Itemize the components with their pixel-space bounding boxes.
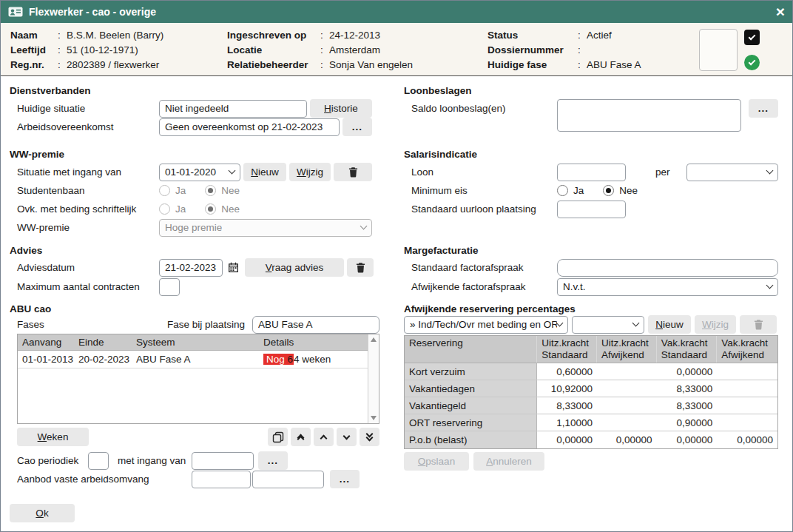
margefacturatie-heading: Margefacturatie bbox=[404, 245, 479, 256]
close-icon[interactable]: × bbox=[776, 1, 785, 22]
photo-placeholder bbox=[699, 29, 738, 71]
minimum-eis-nee-radio[interactable] bbox=[603, 185, 614, 196]
saldo-loonbeslag-label: Saldo loonbeslag(en) bbox=[404, 99, 557, 114]
cao-periodiek-input[interactable] bbox=[88, 452, 109, 470]
per-label: per bbox=[655, 166, 670, 178]
move-up-button[interactable] bbox=[314, 428, 334, 446]
historie-button[interactable]: Historie bbox=[310, 99, 372, 118]
huidige-fase-label: Huidige fase bbox=[487, 59, 578, 70]
standaard-factorafspraak-input[interactable] bbox=[557, 259, 778, 277]
table-row[interactable]: Vakantiegeld 8,33000 8,33000 bbox=[405, 397, 777, 414]
copy-icon bbox=[272, 431, 284, 443]
aanbod-more-button[interactable]: ... bbox=[330, 470, 360, 488]
arbeidsovereenkomst-input[interactable] bbox=[159, 118, 340, 136]
table-row[interactable]: P.o.b (belast) 0,00000 0,00000 0,00000 0… bbox=[405, 431, 777, 448]
uurloon-input[interactable] bbox=[557, 201, 626, 218]
ww-premie-dropdown: Hoge premie bbox=[159, 219, 372, 237]
header-group-right: Status:Actief Dossiernummer: Huidige fas… bbox=[487, 28, 695, 71]
ww-premie-heading: WW-premie bbox=[10, 149, 64, 160]
status-ok-icon bbox=[744, 55, 760, 70]
col-aanvang: Aanvang bbox=[18, 337, 74, 348]
studentenbaan-ja-radio bbox=[159, 185, 170, 196]
calendar-button[interactable] bbox=[224, 258, 242, 277]
reservering-filter2-dropdown[interactable] bbox=[572, 316, 644, 334]
status-label: Status bbox=[487, 30, 578, 41]
table-row[interactable]: Kort verzuim 0,60000 0,00000 bbox=[405, 363, 777, 380]
scroll-down-icon[interactable] bbox=[371, 416, 377, 420]
per-dropdown[interactable] bbox=[686, 164, 778, 181]
nieuw-button[interactable]: Nieuw bbox=[243, 163, 286, 181]
loon-input[interactable] bbox=[557, 164, 626, 181]
reserveringen-heading: Afwijkende reservering percentages bbox=[404, 303, 576, 314]
max-contracten-input[interactable] bbox=[159, 278, 180, 296]
fases-table-header: Aanvang Einde Systeem Details bbox=[18, 334, 368, 351]
move-top-button[interactable] bbox=[291, 428, 311, 446]
title-bar: Flexwerker - cao - overige × bbox=[1, 1, 792, 23]
chevron-down-icon bbox=[229, 167, 236, 175]
saldo-more-button[interactable]: ... bbox=[749, 99, 778, 118]
uurloon-label: Standaard uurloon plaatsing bbox=[404, 203, 557, 215]
fases-table: Aanvang Einde Systeem Details 01-01-2013… bbox=[17, 334, 379, 424]
adviesdatum-input[interactable] bbox=[159, 259, 223, 277]
vraag-advies-button[interactable]: Vraag advies bbox=[245, 258, 344, 277]
calendar-icon bbox=[228, 262, 239, 273]
minimum-eis-ja-radio[interactable] bbox=[557, 185, 568, 196]
delete-advies-button[interactable] bbox=[347, 258, 374, 277]
col-details: Details bbox=[259, 337, 368, 348]
reservering-wijzig-button: Wijzig bbox=[695, 315, 736, 334]
studentenbaan-label: Studentenbaan bbox=[10, 185, 159, 196]
saldo-loonbeslag-input[interactable] bbox=[557, 99, 741, 132]
id-card-icon bbox=[8, 6, 23, 18]
weken-button[interactable]: Weken bbox=[17, 428, 89, 446]
reservering-filter-dropdown[interactable]: » Ind/Tech/Ovr met beding en ORT bbox=[404, 316, 568, 334]
flexwerker-info-header: Naam:B.S.M. Beelen (Barry) Leeftijd:51 (… bbox=[1, 23, 792, 76]
cao-periodiek-label: Cao periodiek bbox=[17, 455, 88, 466]
checkbox-icon[interactable] bbox=[744, 30, 760, 45]
fases-label: Fases bbox=[10, 319, 167, 330]
table-row[interactable]: Vakantiedagen 10,92000 8,33000 bbox=[405, 380, 777, 397]
ww-premie-label: WW-premie bbox=[10, 222, 159, 233]
arbeidsovereenkomst-label: Arbeidsovereenkomst bbox=[10, 121, 159, 132]
col-systeem: Systeem bbox=[132, 337, 259, 348]
advies-heading: Advies bbox=[10, 245, 42, 256]
header-group-left: Naam:B.S.M. Beelen (Barry) Leeftijd:51 (… bbox=[10, 28, 227, 71]
huidige-situatie-label: Huidige situatie bbox=[10, 103, 159, 114]
relatiebeheerder-label: Relatiebeheerder bbox=[227, 59, 320, 70]
annuleren-button: Annuleren bbox=[473, 452, 544, 471]
move-bottom-button[interactable] bbox=[360, 428, 379, 446]
arbeidsovereenkomst-more-button[interactable]: ... bbox=[342, 118, 372, 136]
afwijkende-factorafspraak-dropdown[interactable]: N.v.t. bbox=[557, 278, 778, 296]
reservering-nieuw-button[interactable]: Nieuw bbox=[648, 315, 691, 334]
dienstverbanden-heading: Dienstverbanden bbox=[10, 85, 91, 96]
table-row[interactable]: ORT reservering 1,10000 0,90000 bbox=[405, 414, 777, 431]
table-row[interactable]: 01-01-2013 20-02-2023 ABU Fase A Nog 64 … bbox=[18, 351, 368, 368]
ok-button[interactable]: Ok bbox=[10, 504, 75, 522]
copy-button[interactable] bbox=[268, 428, 288, 446]
trash-icon bbox=[754, 319, 763, 330]
chevron-down-icon bbox=[360, 223, 368, 230]
met-ingang-van-label: met ingang van bbox=[118, 455, 192, 466]
scroll-up-icon[interactable] bbox=[371, 337, 377, 342]
max-contracten-label: Maximum aantal contracten bbox=[10, 281, 159, 292]
naam-value: B.S.M. Beelen (Barry) bbox=[67, 30, 163, 41]
fase-bij-plaatsing-input[interactable] bbox=[252, 316, 379, 334]
wijzig-button[interactable]: Wijzig bbox=[289, 163, 331, 181]
chevron-down-icon bbox=[556, 320, 564, 327]
cao-periodiek-more-button[interactable]: ... bbox=[258, 451, 288, 470]
flexwerker-window: Flexwerker - cao - overige × Naam:B.S.M.… bbox=[0, 0, 793, 532]
scrollbar[interactable] bbox=[368, 334, 379, 423]
status-value: Actief bbox=[587, 30, 612, 41]
huidige-situatie-input[interactable] bbox=[159, 100, 307, 118]
double-chevron-up-icon bbox=[298, 433, 303, 442]
cao-periodiek-datum-input[interactable] bbox=[192, 452, 254, 470]
delete-situatie-button[interactable] bbox=[334, 163, 372, 181]
naam-label: Naam bbox=[10, 30, 58, 41]
situatie-ingang-dropdown[interactable]: 01-01-2020 bbox=[159, 164, 240, 181]
header-group-middle: Ingeschreven op:24-12-2013 Locatie:Amste… bbox=[227, 28, 487, 71]
move-down-button[interactable] bbox=[337, 428, 357, 446]
window-title: Flexwerker - cao - overige bbox=[29, 6, 156, 18]
double-chevron-down-icon bbox=[367, 431, 372, 442]
aanbod-input-1[interactable] bbox=[192, 471, 251, 488]
aanbod-input-2[interactable] bbox=[252, 471, 324, 488]
standaard-factorafspraak-label: Standaard factorafspraak bbox=[404, 262, 557, 273]
